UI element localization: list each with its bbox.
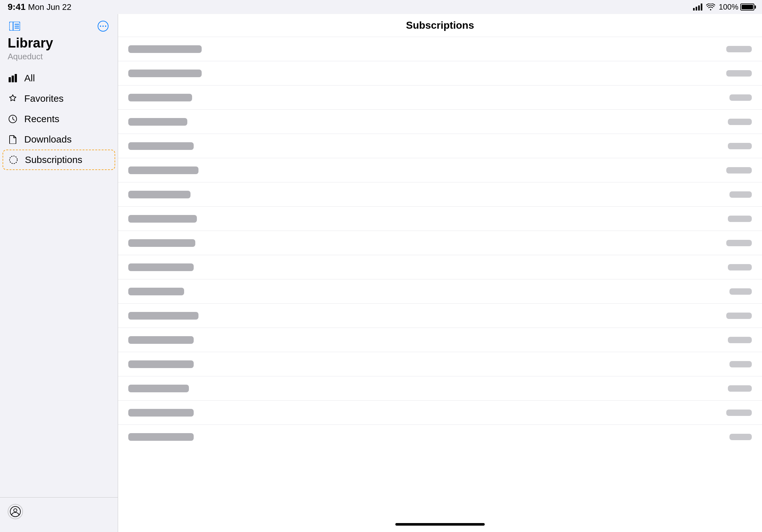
skeleton-meta <box>729 191 752 198</box>
list-item[interactable] <box>118 328 762 352</box>
list-item[interactable] <box>118 352 762 376</box>
status-time: 9:41 Mon Jun 22 <box>8 2 71 12</box>
skeleton-title <box>128 142 194 150</box>
main-content: Subscriptions <box>118 14 762 532</box>
profile-button[interactable] <box>8 504 23 519</box>
svg-rect-6 <box>12 76 14 82</box>
circle-dashed-icon <box>8 155 19 164</box>
skeleton-meta <box>729 95 752 101</box>
clock-icon <box>8 114 18 123</box>
svg-line-10 <box>13 119 14 120</box>
skeleton-meta <box>728 216 752 222</box>
skeleton-title <box>128 239 195 247</box>
person-circle-icon <box>10 506 21 517</box>
skeleton-meta <box>726 410 752 416</box>
skeleton-title <box>128 361 194 368</box>
skeleton-title <box>128 433 194 441</box>
sidebar-item-subscriptions-label: Subscriptions <box>25 154 82 165</box>
wifi-icon <box>706 4 715 11</box>
svg-point-11 <box>10 156 17 164</box>
library-subtitle: Aqueduct <box>8 52 110 62</box>
sidebar-footer <box>0 497 118 532</box>
library-title: Library <box>8 36 110 50</box>
battery-container: 100% <box>719 3 754 12</box>
svg-point-13 <box>14 509 17 512</box>
list-item[interactable] <box>118 158 762 182</box>
skeleton-title <box>128 45 202 53</box>
skeleton-meta <box>728 385 752 392</box>
list-item[interactable] <box>118 255 762 279</box>
bar-chart-icon <box>8 74 18 82</box>
list-item[interactable] <box>118 37 762 61</box>
signal-icon <box>693 4 702 11</box>
library-title-section: Library Aqueduct <box>0 33 118 68</box>
more-button[interactable] <box>96 19 110 33</box>
sidebar-item-downloads-label: Downloads <box>24 134 71 145</box>
skeleton-title <box>128 312 198 320</box>
list-item[interactable] <box>118 231 762 255</box>
skeleton-title <box>128 409 194 417</box>
list-item[interactable] <box>118 425 762 449</box>
skeleton-meta <box>728 337 752 343</box>
app-container: Library Aqueduct All <box>0 14 762 532</box>
skeleton-meta <box>726 46 752 52</box>
skeleton-title <box>128 288 184 295</box>
list-item[interactable] <box>118 279 762 303</box>
sidebar-item-favorites-label: Favorites <box>24 93 63 104</box>
skeleton-meta <box>728 119 752 125</box>
battery-icon <box>740 4 754 11</box>
document-icon <box>8 135 18 144</box>
battery-percent: 100% <box>719 3 738 12</box>
status-bar: 9:41 Mon Jun 22 100% <box>0 0 762 14</box>
home-bar <box>395 523 485 526</box>
skeleton-meta <box>726 70 752 77</box>
skeleton-title <box>128 118 187 126</box>
sidebar-item-all-label: All <box>24 73 35 84</box>
skeleton-meta <box>726 240 752 246</box>
list-item[interactable] <box>118 376 762 401</box>
skeleton-title <box>128 263 194 271</box>
subscriptions-list[interactable] <box>118 37 762 519</box>
more-circle-icon <box>98 21 109 32</box>
sidebar-item-recents-label: Recents <box>24 113 59 124</box>
skeleton-title <box>128 94 192 101</box>
status-icons: 100% <box>693 3 754 12</box>
main-header: Subscriptions <box>118 14 762 37</box>
sidebar-item-recents[interactable]: Recents <box>3 109 115 129</box>
sidebar-item-subscriptions[interactable]: Subscriptions <box>3 150 115 170</box>
sidebar-item-favorites[interactable]: Favorites <box>3 88 115 109</box>
sidebar-item-downloads[interactable]: Downloads <box>3 129 115 150</box>
sidebar-item-all[interactable]: All <box>3 68 115 88</box>
skeleton-title <box>128 215 197 223</box>
skeleton-title <box>128 336 194 344</box>
list-item[interactable] <box>118 207 762 231</box>
skeleton-title <box>128 385 189 392</box>
list-item[interactable] <box>118 61 762 86</box>
skeleton-meta <box>729 288 752 295</box>
list-item[interactable] <box>118 110 762 134</box>
skeleton-meta <box>728 143 752 149</box>
svg-rect-7 <box>15 74 17 82</box>
skeleton-title <box>128 191 190 198</box>
skeleton-meta <box>726 312 752 319</box>
skeleton-meta <box>728 264 752 270</box>
nav-items: All Favorites <box>0 68 118 497</box>
sidebar-toggle-icon <box>9 22 20 31</box>
skeleton-meta <box>729 361 752 367</box>
sidebar-toggle-button[interactable] <box>8 19 22 33</box>
star-icon <box>8 94 18 103</box>
skeleton-title <box>128 166 198 174</box>
skeleton-title <box>128 70 202 77</box>
list-item[interactable] <box>118 134 762 158</box>
skeleton-meta <box>729 434 752 440</box>
main-title: Subscriptions <box>406 20 474 31</box>
list-item[interactable] <box>118 86 762 110</box>
svg-rect-5 <box>9 77 11 82</box>
sidebar: Library Aqueduct All <box>0 14 118 532</box>
home-indicator <box>118 519 762 532</box>
list-item[interactable] <box>118 303 762 328</box>
list-item[interactable] <box>118 182 762 207</box>
skeleton-meta <box>726 167 752 173</box>
list-item[interactable] <box>118 401 762 425</box>
sidebar-header <box>0 14 118 33</box>
